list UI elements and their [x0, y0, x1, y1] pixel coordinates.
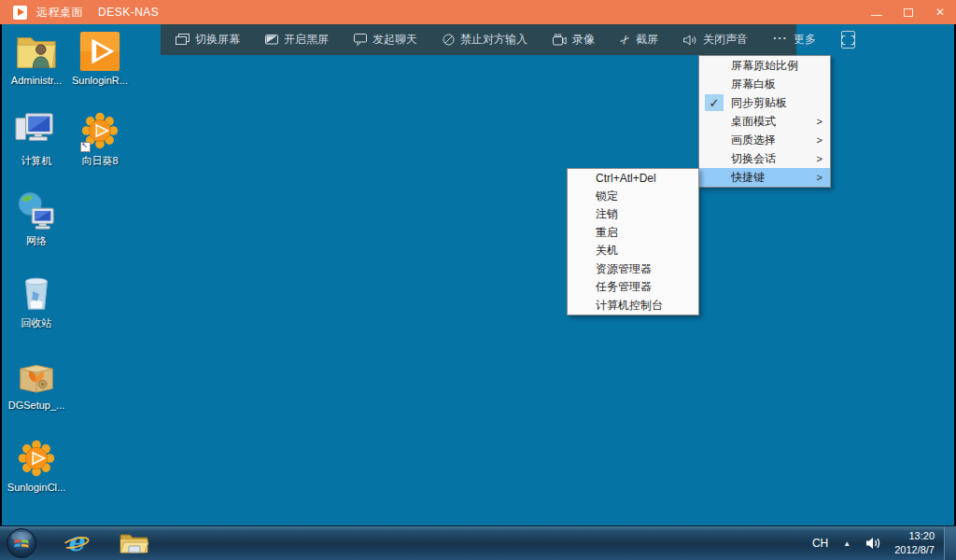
submenu-item-task-manager[interactable]: 任务管理器	[568, 278, 698, 297]
network-icon	[15, 189, 58, 232]
hidden-icons-arrow-icon[interactable]: ▲	[843, 539, 851, 548]
scissors-icon: ✂	[616, 32, 634, 49]
desktop-icon-label: SunloginR...	[72, 75, 128, 86]
black-screen-icon	[265, 35, 278, 46]
taskbar-ie-button[interactable]: e	[58, 527, 95, 559]
button-label: 切换屏幕	[195, 32, 240, 48]
desktop-icon-label: DGSetup_...	[8, 399, 65, 411]
fullscreen-button[interactable]	[841, 31, 855, 49]
menu-item-switch-session[interactable]: 切换会话 >	[699, 149, 830, 168]
desktop-icon-administrator[interactable]: Administr...	[6, 30, 67, 86]
desktop-icon-label: Administr...	[11, 75, 62, 86]
shortcut-arrow-icon	[80, 142, 91, 152]
menu-item-shortcuts[interactable]: 快捷键 >	[699, 168, 830, 187]
check-spacer	[705, 57, 724, 74]
desktop-icon-label: 计算机	[21, 154, 52, 168]
switch-screen-button[interactable]: 切换屏幕	[176, 32, 240, 48]
check-spacer	[705, 169, 724, 186]
more-dots-icon: ···	[773, 31, 788, 45]
menu-item-whiteboard[interactable]: 屏幕白板	[699, 75, 830, 93]
desktop-icon-label: 向日葵8	[81, 154, 118, 168]
desktop-icon-sunloginr[interactable]: SunloginR...	[69, 30, 131, 86]
record-icon	[553, 34, 567, 46]
check-spacer	[705, 150, 724, 167]
submenu-item-lock[interactable]: 锁定	[568, 188, 698, 206]
menu-item-sync-clipboard[interactable]: ✓ 同步剪贴板	[699, 93, 830, 112]
mute-sound-icon	[683, 35, 697, 46]
desktop-icon-computer[interactable]: 计算机	[6, 109, 67, 168]
remote-desktop-window: 远程桌面 DESK-NAS — ✕ Administr... SunloginR…	[0, 0, 956, 560]
desktop-icon-label: 网络	[26, 234, 47, 248]
submenu-item-shutdown[interactable]: 关机	[568, 242, 698, 260]
submenu-arrow-icon: >	[813, 153, 822, 164]
submenu-item-restart[interactable]: 重启	[568, 224, 698, 243]
folder-icon	[120, 531, 149, 555]
submenu-item-explorer[interactable]: 资源管理器	[568, 260, 698, 279]
button-label: 发起聊天	[373, 32, 417, 48]
more-menu: 屏幕原始比例 屏幕白板 ✓ 同步剪贴板 桌面模式 > 画质选择 > 切换会话 >	[698, 55, 831, 188]
host-name: DESK-NAS	[98, 6, 159, 19]
button-label: 禁止对方输入	[460, 32, 527, 48]
menu-item-desktop-mode[interactable]: 桌面模式 >	[699, 112, 830, 131]
maximize-icon	[904, 8, 913, 17]
submenu-item-ctrl-alt-del[interactable]: Ctrl+Atl+Del	[568, 169, 698, 188]
clock[interactable]: 13:20 2012/8/7	[894, 529, 935, 557]
system-tray: CH ▲ 13:20 2012/8/7	[812, 526, 956, 560]
computer-icon	[15, 109, 58, 152]
volume-icon[interactable]	[865, 537, 881, 550]
user-folder-icon	[15, 30, 58, 73]
record-button[interactable]: 录像	[553, 32, 595, 48]
app-title: 远程桌面	[36, 5, 83, 21]
check-icon: ✓	[705, 94, 724, 111]
desktop-icon-network[interactable]: 网络	[6, 189, 67, 248]
check-spacer	[705, 76, 724, 92]
button-label: 更多	[794, 32, 816, 48]
submenu-item-logout[interactable]: 注销	[568, 205, 698, 224]
show-desktop-button[interactable]	[944, 526, 956, 560]
sunlogin-square-icon	[78, 30, 121, 73]
sunflower-icon	[15, 437, 58, 480]
menu-item-quality[interactable]: 画质选择 >	[699, 131, 830, 149]
title-bar: 远程桌面 DESK-NAS — ✕	[0, 0, 956, 24]
chat-icon	[354, 34, 367, 46]
taskbar: e CH ▲ 13:20 2	[0, 525, 956, 560]
submenu-arrow-icon: >	[813, 116, 822, 127]
sunlogin-logo-icon	[13, 6, 27, 20]
package-box-icon	[15, 355, 58, 398]
desktop-icon-label: 回收站	[21, 316, 52, 330]
start-button[interactable]	[6, 527, 37, 559]
submenu-arrow-icon: >	[813, 134, 822, 146]
block-input-button[interactable]: 禁止对方输入	[443, 32, 527, 48]
desktop-icon-recycle-bin[interactable]: 回收站	[6, 272, 67, 330]
switch-screen-icon	[176, 34, 190, 46]
menu-item-original-ratio[interactable]: 屏幕原始比例	[699, 56, 830, 75]
close-button[interactable]: ✕	[924, 0, 956, 24]
block-input-icon	[443, 34, 455, 46]
maximize-button[interactable]	[893, 0, 924, 24]
recycle-bin-icon	[15, 272, 58, 315]
button-label: 开启黑屏	[284, 32, 329, 48]
check-spacer	[705, 113, 724, 130]
start-chat-button[interactable]: 发起聊天	[354, 32, 417, 48]
button-label: 关闭声音	[703, 32, 748, 48]
language-indicator[interactable]: CH	[812, 537, 828, 550]
submenu-arrow-icon: >	[813, 172, 822, 183]
desktop-icon-sunflower8[interactable]: 向日葵8	[69, 109, 131, 168]
screenshot-button[interactable]: ✂ 截屏	[620, 32, 658, 48]
more-button[interactable]: ··· 更多	[773, 32, 816, 48]
button-label: 录像	[572, 32, 595, 48]
desktop-icon-dgsetup[interactable]: DGSetup_...	[6, 355, 67, 411]
clock-time: 13:20	[894, 529, 935, 543]
submenu-item-computer-console[interactable]: 计算机控制台	[568, 297, 698, 315]
button-label: 截屏	[636, 32, 658, 48]
check-spacer	[705, 132, 724, 148]
black-screen-button[interactable]: 开启黑屏	[265, 32, 329, 48]
fullscreen-icon	[842, 35, 854, 45]
remote-toolbar: 切换屏幕 开启黑屏 发起聊天	[161, 24, 796, 55]
taskbar-explorer-button[interactable]	[116, 527, 153, 559]
shortcut-submenu: Ctrl+Atl+Del 锁定 注销 重启 关机 资源管理器 任务管理器 计算机…	[567, 168, 699, 315]
desktop-icon-sunlogincl[interactable]: SunloginCl...	[6, 437, 67, 493]
mute-sound-button[interactable]: 关闭声音	[683, 32, 748, 48]
desktop-icon-label: SunloginCl...	[7, 482, 65, 493]
clock-date: 2012/8/7	[894, 543, 935, 557]
